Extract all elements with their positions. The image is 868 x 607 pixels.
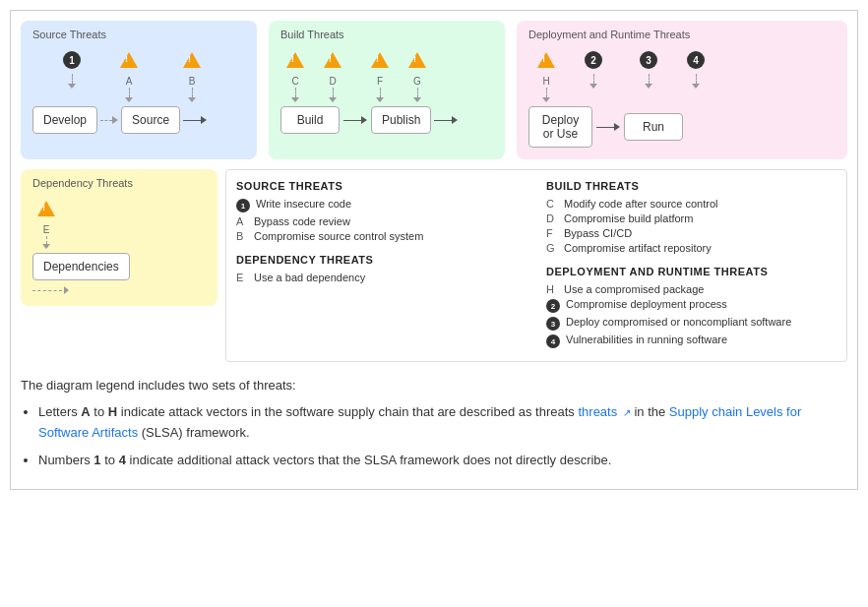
source-zone: Source Threats 1 — [21, 21, 257, 159]
legend-left-col: SOURCE THREATS 1 Write insecure code A B… — [236, 180, 527, 351]
badge-4-icon: 4 — [687, 51, 705, 69]
legend-item-F: F Bypass CI/CD — [546, 227, 837, 239]
develop-node: Develop — [32, 106, 97, 134]
legend-item-4: 4 Vulnerabilities in running software — [546, 334, 837, 348]
build-zone-label: Build Threats — [280, 29, 493, 40]
badge-3-legend: 3 — [546, 317, 560, 331]
badge-1-legend: 1 — [236, 199, 250, 212]
badge-3-icon: 3 — [640, 51, 657, 69]
legend-item-B: B Compromise source control system — [236, 230, 527, 242]
source-threats-title: SOURCE THREATS — [236, 180, 527, 192]
bullet-1: Letters A to H indicate attack vectors i… — [38, 402, 847, 444]
dep-zone-label: Dependency Threats — [32, 177, 206, 189]
legend-item-H: H Use a compromised package — [546, 283, 837, 295]
source-node: Source — [121, 106, 180, 134]
deploy-threats-title: DEPLOYMENT AND RUNTIME THREATS — [546, 266, 837, 277]
legend-item-E: E Use a bad dependency — [236, 272, 527, 283]
badge-4-legend: 4 — [546, 334, 560, 348]
legend-item-G: G Compromise artifact repository — [546, 242, 837, 254]
dep-threats-title: DEPENDENCY THREATS — [236, 254, 527, 266]
legend-item-1: 1 Write insecure code — [236, 198, 527, 212]
legend-item-A: A Bypass code review — [236, 215, 527, 227]
legend-item-D: D Compromise build platform — [546, 212, 837, 224]
intro-text: The diagram legend includes two sets of … — [21, 376, 847, 396]
legend-right-col: BUILD THREATS C Modify code after source… — [546, 180, 837, 351]
dependencies-node: Dependencies — [32, 253, 130, 280]
badge-2-icon: 2 — [585, 51, 602, 69]
legend-item-C: C Modify code after source control — [546, 198, 837, 210]
legend-zone: SOURCE THREATS 1 Write insecure code A B… — [225, 169, 847, 362]
deploy-zone-label: Deployment and Runtime Threats — [528, 29, 836, 40]
deploy-node: Deployor Use — [528, 106, 592, 148]
threats-link[interactable]: threats ↗ — [578, 404, 630, 419]
run-node: Run — [624, 113, 683, 141]
threat-A-label: A — [126, 74, 133, 88]
legend-item-2: 2 Compromise deployment process — [546, 298, 837, 313]
build-threats-title: BUILD THREATS — [546, 180, 837, 192]
diagram-area: Source Threats 1 — [21, 21, 847, 362]
dependency-zone: Dependency Threats ! E Dependencies — [21, 169, 217, 306]
threat-B-label: B — [189, 74, 196, 88]
bullet-2: Numbers 1 to 4 indicate additional attac… — [38, 451, 847, 471]
badge-2-legend: 2 — [546, 299, 560, 313]
build-zone: Build Threats ! C — [269, 21, 505, 159]
badge-1: 1 — [63, 51, 81, 69]
deploy-zone: Deployment and Runtime Threats ! H — [517, 21, 847, 159]
build-node: Build — [280, 106, 340, 134]
source-zone-label: Source Threats — [32, 29, 245, 40]
slsa-link[interactable]: Supply chain Levels for Software Artifac… — [38, 404, 801, 440]
bullets-list: Letters A to H indicate attack vectors i… — [38, 402, 847, 471]
external-link-icon: ↗ — [623, 405, 631, 421]
publish-node: Publish — [371, 106, 431, 134]
main-container: Source Threats 1 — [10, 10, 858, 490]
text-section: The diagram legend includes two sets of … — [21, 376, 847, 471]
legend-item-3: 3 Deploy compromised or noncompliant sof… — [546, 316, 837, 331]
